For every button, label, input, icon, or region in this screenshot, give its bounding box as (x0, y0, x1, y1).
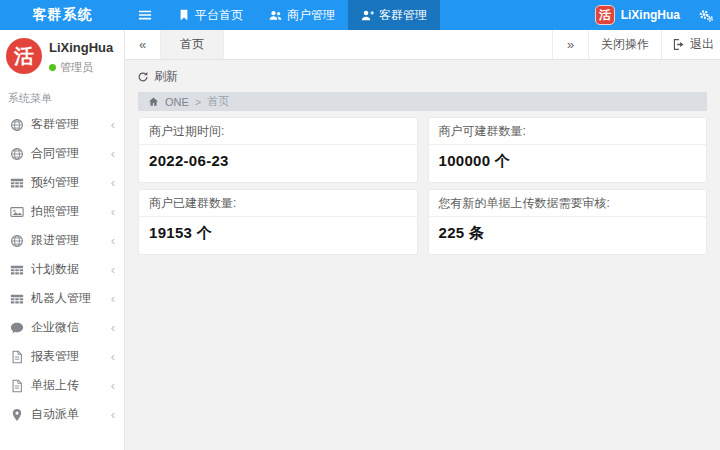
sidebar-item-label: 报表管理 (31, 348, 111, 365)
sidebar-profile[interactable]: 活 LiXingHua 管理员 (0, 30, 124, 81)
chevron-left-icon: ‹ (111, 147, 115, 160)
sidebar-item-label: 自动派单 (31, 406, 111, 423)
sidebar-item-doc-upload[interactable]: 单据上传 ‹ (0, 371, 124, 400)
breadcrumb-current: 首页 (207, 94, 229, 109)
user-plus-icon (361, 9, 374, 22)
nav-label: 商户管理 (287, 7, 335, 24)
breadcrumb-separator: > (195, 96, 201, 108)
main-area: « 首页 » 关闭操作 退出 刷新 ONE > 首页 (125, 30, 720, 450)
header-username: LiXingHua (621, 8, 680, 22)
nav-item-platform-home[interactable]: 平台首页 (165, 0, 256, 30)
sidebar-item-plan-data[interactable]: 计划数据 ‹ (0, 255, 124, 284)
sidebar: 活 LiXingHua 管理员 系统菜单 客群管理 ‹ 合同管理 ‹ 预约管理 … (0, 30, 125, 450)
avatar: 活 (6, 38, 42, 74)
profile-role-label: 管理员 (60, 60, 93, 75)
sidebar-item-label: 单据上传 (31, 377, 111, 394)
chevron-left-icon: ‹ (111, 379, 115, 392)
chevron-left-icon: ‹ (111, 118, 115, 131)
nav-item-customer-group-management[interactable]: 客群管理 (348, 0, 440, 30)
sidebar-item-label: 企业微信 (31, 319, 111, 336)
card-groups-quota: 商户可建群数量: 100000 个 (428, 117, 708, 183)
refresh-label: 刷新 (154, 68, 178, 85)
tab-bar: « 首页 » 关闭操作 退出 (125, 30, 720, 60)
tabs-scroll-right-button[interactable]: » (552, 30, 588, 59)
chevron-left-icon: ‹ (111, 292, 115, 305)
chevron-left-icon: ‹ (111, 234, 115, 247)
chevron-left-icon: ‹ (111, 176, 115, 189)
chevron-left-icon: ‹ (111, 205, 115, 218)
sidebar-item-wecom[interactable]: 企业微信 ‹ (0, 313, 124, 342)
globe-icon (9, 118, 24, 132)
sidebar-menu: 客群管理 ‹ 合同管理 ‹ 预约管理 ‹ 拍照管理 ‹ 跟进管理 ‹ 计划数据 … (0, 110, 124, 429)
profile-name: LiXingHua (49, 40, 113, 56)
hamburger-button[interactable] (125, 0, 165, 30)
home-icon (148, 96, 159, 107)
table-icon (9, 176, 24, 190)
file-icon (9, 379, 24, 393)
sidebar-item-label: 客群管理 (31, 116, 111, 133)
image-icon (9, 205, 24, 219)
chevron-left-icon: ‹ (111, 263, 115, 276)
chevron-left-icon: ‹ (111, 350, 115, 363)
sidebar-item-photos[interactable]: 拍照管理 ‹ (0, 197, 124, 226)
close-operations-button[interactable]: 关闭操作 (588, 30, 661, 59)
card-title: 商户可建群数量: (429, 118, 707, 145)
map-marker-icon (9, 408, 24, 422)
refresh-button[interactable]: 刷新 (137, 68, 178, 85)
tab-home[interactable]: 首页 (161, 30, 224, 59)
sidebar-item-label: 预约管理 (31, 174, 111, 191)
card-title: 商户已建群数量: (139, 190, 417, 217)
card-title: 商户过期时间: (139, 118, 417, 145)
content-area: 刷新 ONE > 首页 商户过期时间: 2022-06-23 商户可建群数量: … (125, 60, 720, 450)
sign-out-icon (672, 38, 685, 51)
sidebar-item-label: 跟进管理 (31, 232, 111, 249)
chevron-left-icon: ‹ (111, 408, 115, 421)
sidebar-item-label: 机器人管理 (31, 290, 111, 307)
card-pending-audits: 您有新的单据上传数据需要审核: 225 条 (428, 189, 708, 255)
sidebar-item-contracts[interactable]: 合同管理 ‹ (0, 139, 124, 168)
table-icon (9, 292, 24, 306)
sidebar-item-appointments[interactable]: 预约管理 ‹ (0, 168, 124, 197)
sidebar-item-customer-groups[interactable]: 客群管理 ‹ (0, 110, 124, 139)
globe-icon (9, 147, 24, 161)
sidebar-item-label: 合同管理 (31, 145, 111, 162)
comment-icon (9, 321, 24, 335)
tabs-scroll-left-button[interactable]: « (125, 30, 161, 59)
refresh-icon (137, 71, 149, 83)
card-groups-created: 商户已建群数量: 19153 个 (138, 189, 418, 255)
hamburger-icon (138, 8, 152, 22)
card-value: 2022-06-23 (139, 145, 417, 180)
settings-button[interactable] (688, 0, 720, 30)
stat-cards-grid: 商户过期时间: 2022-06-23 商户可建群数量: 100000 个 商户已… (138, 117, 707, 255)
logout-button[interactable]: 退出 (661, 30, 720, 59)
online-status-dot (49, 64, 56, 71)
nav-item-merchant-management[interactable]: 商户管理 (256, 0, 348, 30)
cogs-icon (698, 8, 714, 23)
card-value: 19153 个 (139, 217, 417, 254)
breadcrumb-root[interactable]: ONE (165, 96, 189, 108)
top-header: 客群系统 平台首页 商户管理 客群管理 活 LiXingHua (0, 0, 720, 30)
sidebar-item-auto-dispatch[interactable]: 自动派单 ‹ (0, 400, 124, 429)
refresh-row: 刷新 (125, 60, 720, 92)
breadcrumb: ONE > 首页 (138, 92, 707, 111)
logout-label: 退出 (690, 36, 714, 53)
card-merchant-expiry: 商户过期时间: 2022-06-23 (138, 117, 418, 183)
card-value: 100000 个 (429, 145, 707, 182)
bookmark-icon (178, 9, 190, 21)
header-user-menu[interactable]: 活 LiXingHua (587, 0, 688, 30)
sidebar-item-label: 计划数据 (31, 261, 111, 278)
globe-icon (9, 234, 24, 248)
users-icon (269, 9, 282, 22)
user-avatar: 活 (595, 5, 615, 25)
sidebar-section-label: 系统菜单 (0, 81, 124, 110)
sidebar-item-robots[interactable]: 机器人管理 ‹ (0, 284, 124, 313)
card-title: 您有新的单据上传数据需要审核: (429, 190, 707, 217)
table-icon (9, 263, 24, 277)
chevron-left-icon: ‹ (111, 321, 115, 334)
file-icon (9, 350, 24, 364)
sidebar-item-label: 拍照管理 (31, 203, 111, 220)
sidebar-item-followups[interactable]: 跟进管理 ‹ (0, 226, 124, 255)
tabbar-spacer (224, 30, 552, 59)
header-spacer (440, 0, 587, 30)
sidebar-item-reports[interactable]: 报表管理 ‹ (0, 342, 124, 371)
